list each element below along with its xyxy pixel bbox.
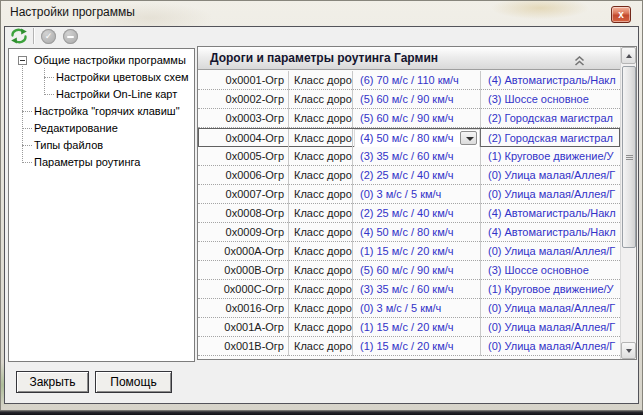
cell-hex-id: 0x0005-Огр [198,147,289,166]
table-row[interactable]: 0x0004-Огр Класс доро (4) 50 м/с / 80 км… [198,128,620,147]
cell-speed[interactable]: (0) 3 м/с / 5 км/ч [354,299,481,318]
cell-hex-id: 0x0006-Огр [198,166,289,185]
table-row[interactable]: 0x0006-Огр Класс доро (2) 25 м/с / 40 км… [198,166,620,185]
cell-road-type[interactable]: (3) Шоссе основное [482,261,620,280]
cell-speed[interactable]: (3) 35 м/с / 60 км/ч [354,147,481,166]
table-row[interactable]: 0x0008-Огр Класс доро (2) 25 м/с / 40 км… [198,204,620,223]
cell-road-type[interactable]: (4) Автомагистраль/Накл [482,204,620,223]
window-title: Настройки программы [10,5,135,19]
cell-class: Класс доро [290,280,353,299]
minus-icon [67,36,74,38]
cell-speed[interactable]: (4) 50 м/с / 80 км/ч [354,129,481,148]
cell-speed[interactable]: (1) 15 м/с / 20 км/ч [354,337,481,356]
refresh-icon [10,28,28,44]
table-row[interactable]: 0x000B-Огр Класс доро (5) 60 м/с / 90 км… [198,261,620,280]
table-row[interactable]: 0x000A-Огр Класс доро (1) 15 м/с / 20 км… [198,242,620,261]
cell-road-type[interactable]: (1) Круговое движение/У [482,147,620,166]
combo-dropdown-button[interactable] [460,131,477,145]
cell-speed[interactable]: (2) 25 м/с / 40 км/ч [354,166,481,185]
arrow-up-icon [626,54,632,58]
tree-item[interactable]: Настройка "горячих клавиш" [9,103,194,120]
refresh-button[interactable] [10,28,28,44]
tree-item-label: Настройки On-Line карт [9,86,194,103]
tree-item[interactable]: Настройки On-Line карт [9,86,194,103]
tree-item[interactable]: Настройки цветовых схем [9,69,194,86]
tree-connector-stub [22,111,32,112]
cell-road-type[interactable]: (4) Автомагистраль/Накл [482,223,620,242]
tree-connector-stub [44,94,54,95]
table-row[interactable]: 0x0003-Огр Класс доро (5) 60 м/с / 90 км… [198,109,620,128]
cell-road-type[interactable]: (3) Шоссе основное [482,90,620,109]
cell-hex-id: 0x000B-Огр [198,261,289,280]
tree-item[interactable]: Типы файлов [9,137,194,154]
cell-road-type[interactable]: (2) Городская магистрал [482,129,620,148]
table-row[interactable]: 0x0005-Огр Класс доро (3) 35 м/с / 60 км… [198,147,620,166]
scroll-down-button[interactable] [621,342,636,359]
help-button[interactable]: Помощь [95,371,172,393]
cell-road-type[interactable]: (1) Круговое движение/У [482,280,620,299]
confirm-button[interactable]: ✓ [41,29,56,44]
cell-hex-id: 0x0002-Огр [198,90,289,109]
cell-speed[interactable]: (2) 25 м/с / 40 км/ч [354,204,481,223]
cell-speed[interactable]: (5) 60 м/с / 90 км/ч [354,261,481,280]
cell-speed[interactable]: (5) 60 м/с / 90 км/ч [354,90,481,109]
settings-tree: Общие настройки программы Настройки цвет… [8,48,195,362]
cell-road-type[interactable]: (0) Улица малая/Аллея/Г [482,299,620,318]
cell-hex-id: 0x0004-Огр [198,129,289,148]
vertical-scrollbar[interactable] [620,47,636,359]
grid-header: Дороги и параметры роутинга Гармин [198,47,620,70]
speed-value: (3) 35 м/с / 60 км/ч [360,283,454,295]
cell-hex-id: 0x0016-Огр [198,299,289,318]
table-row[interactable]: 0x001B-Огр Класс доро (1) 15 м/с / 20 км… [198,337,620,356]
collapse-chevron-icon[interactable] [574,53,585,64]
titlebar[interactable]: Настройки программы x [0,0,643,26]
cell-speed[interactable]: (0) 3 м/с / 5 км/ч [354,185,481,204]
tree-item[interactable]: Редактирование [9,120,194,137]
cell-road-type[interactable]: (4) Автомагистраль/Накл [482,71,620,90]
cell-class: Класс доро [290,318,353,337]
speed-value: (4) 50 м/с / 80 км/ч [360,132,454,144]
cell-road-type[interactable]: (2) Городская магистрал [482,109,620,128]
remove-button[interactable] [63,29,78,44]
cell-speed[interactable]: (5) 60 м/с / 90 км/ч [354,109,481,128]
cell-road-type[interactable]: (0) Улица малая/Аллея/Г [482,185,620,204]
scroll-up-button[interactable] [621,47,636,64]
cell-class: Класс доро [290,109,353,128]
table-row[interactable]: 0x0007-Огр Класс доро (0) 3 м/с / 5 км/ч… [198,185,620,204]
cell-road-type[interactable]: (0) Улица малая/Аллея/Г [482,242,620,261]
tree-item[interactable]: Общие настройки программы [9,52,194,69]
table-row[interactable]: 0x0016-Огр Класс доро (0) 3 м/с / 5 км/ч… [198,299,620,318]
table-row[interactable]: 0x0009-Огр Класс доро (4) 50 м/с / 80 км… [198,223,620,242]
speed-value: (1) 15 м/с / 20 км/ч [360,340,454,352]
cell-speed[interactable]: (6) 70 м/с / 110 км/ч [354,71,481,90]
tree-item-label: Типы файлов [9,137,194,154]
routing-parameters-panel: Дороги и параметры роутинга Гармин 0x000… [197,46,637,360]
cell-class: Класс доро [290,299,353,318]
speed-value: (5) 60 м/с / 90 км/ч [360,112,454,124]
scrollbar-grip-icon [626,155,633,160]
close-window-button[interactable]: x [611,6,631,23]
table-row[interactable]: 0x0002-Огр Класс доро (5) 60 м/с / 90 км… [198,90,620,109]
tree-item-label: Настройка "горячих клавиш" [9,103,194,120]
toolbar: ✓ [5,27,638,47]
tree-item[interactable]: Параметры роутинга [9,154,194,171]
tree-connector-stub [22,128,32,129]
dropdown-arrow-icon [466,137,474,141]
table-row[interactable]: 0x001A-Огр Класс доро (1) 15 м/с / 20 км… [198,318,620,337]
cell-speed[interactable]: (1) 15 м/с / 20 км/ч [354,242,481,261]
cell-speed[interactable]: (4) 50 м/с / 80 км/ч [354,223,481,242]
speed-value: (4) 50 м/с / 80 км/ч [360,226,454,238]
cell-road-type[interactable]: (0) Улица малая/Аллея/Г [482,318,620,337]
tree-connector-stub [44,77,54,78]
cell-road-type[interactable]: (0) Улица малая/Аллея/Г [482,166,620,185]
cell-speed[interactable]: (3) 35 м/с / 60 км/ч [354,280,481,299]
speed-value: (2) 25 м/с / 40 км/ч [360,207,454,219]
table-row[interactable]: 0x0001-Огр Класс доро (6) 70 м/с / 110 к… [198,71,620,90]
cell-speed[interactable]: (1) 15 м/с / 20 км/ч [354,318,481,337]
table-row[interactable]: 0x000C-Огр Класс доро (3) 35 м/с / 60 км… [198,280,620,299]
close-button[interactable]: Закрыть [16,371,89,393]
cell-class: Класс доро [290,242,353,261]
cell-class: Класс доро [290,147,353,166]
cell-road-type[interactable]: (0) Улица малая/Аллея/Г [482,337,620,356]
scrollbar-thumb[interactable] [622,66,636,248]
